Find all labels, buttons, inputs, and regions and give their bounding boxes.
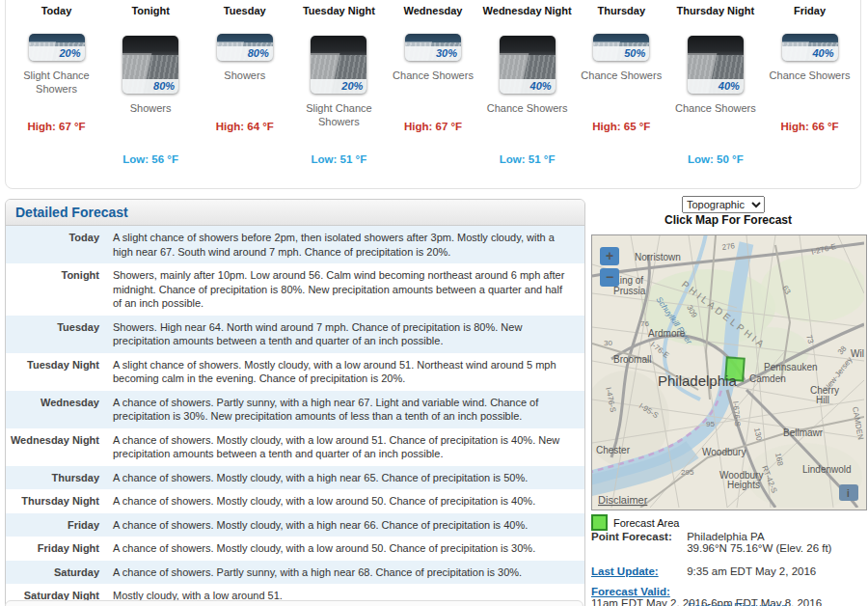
pop-percent: 40% bbox=[688, 79, 744, 94]
row-forecast-text: A slight chance of showers before 2pm, t… bbox=[107, 226, 584, 263]
card-condition: Chance Showers bbox=[389, 69, 477, 107]
city-label: Ardmore bbox=[648, 328, 686, 339]
card-day-label: Tuesday Night bbox=[303, 5, 375, 32]
row-period-label: Wednesday Night bbox=[6, 428, 107, 466]
row-forecast-text: A chance of showers. Mostly cloudy, with… bbox=[107, 537, 584, 561]
forecast-row: Saturday A chance of showers. Partly sun… bbox=[6, 561, 584, 585]
row-forecast-text: A slight chance of showers. Mostly cloud… bbox=[107, 353, 584, 391]
row-forecast-text: A chance of showers. Mostly cloudy, with… bbox=[107, 513, 584, 537]
city-label: Lindenwold bbox=[802, 464, 852, 475]
road-label: 30 bbox=[604, 339, 612, 347]
detailed-forecast-panel: Detailed Forecast Today A slight chance … bbox=[5, 199, 585, 606]
disclaimer-link[interactable]: Disclaimer bbox=[598, 494, 648, 506]
map-info-button[interactable]: i bbox=[839, 484, 858, 501]
forecast-card: Wednesday Night 40% Chance Showers Low: … bbox=[480, 3, 574, 188]
row-period-label: Thursday bbox=[6, 466, 107, 490]
zoom-in-button[interactable]: + bbox=[600, 247, 619, 265]
card-condition: Showers bbox=[201, 69, 289, 107]
row-forecast-text: Showers, mainly after 10pm. Low around 5… bbox=[107, 263, 584, 316]
row-period-label: Thursday Night bbox=[6, 489, 107, 513]
row-period-label: Wednesday bbox=[6, 391, 107, 428]
location-coordinates: 39.96°N 75.16°W (Elev. 26 ft) bbox=[687, 542, 831, 554]
pop-percent: 40% bbox=[782, 46, 838, 61]
card-day-label: Wednesday bbox=[404, 5, 463, 32]
minus-icon: − bbox=[606, 269, 613, 285]
card-condition: Chance Showers bbox=[483, 101, 572, 140]
pop-percent: 80% bbox=[217, 46, 273, 61]
card-day-label: Tonight bbox=[131, 5, 170, 32]
point-forecast-label: Point Forecast: bbox=[591, 531, 684, 542]
forecast-row: Tonight Showers, mainly after 10pm. Low … bbox=[6, 263, 584, 316]
rain-showers-day-icon: 20% bbox=[29, 34, 85, 61]
city-label: Heights bbox=[727, 480, 760, 490]
forecast-row: Wednesday Night A chance of showers. Mos… bbox=[6, 428, 584, 466]
card-day-label: Friday bbox=[794, 5, 826, 32]
forecast-discussion-row: Forecast Discussion bbox=[688, 601, 788, 606]
point-forecast-value: Philadelphia PA 39.96°N 75.16°W (Elev. 2… bbox=[687, 531, 831, 554]
pop-percent: 20% bbox=[311, 79, 366, 94]
card-temp: High: 66 °F bbox=[780, 121, 838, 132]
row-forecast-text: A chance of showers. Mostly cloudy, with… bbox=[107, 466, 584, 490]
card-condition: Chance Showers bbox=[577, 69, 665, 107]
forecast-discussion-link[interactable]: Forecast Discussion bbox=[688, 601, 788, 606]
zoom-out-button[interactable]: − bbox=[600, 268, 619, 287]
point-forecast-row: Point Forecast: Philadelphia PA 39.96°N … bbox=[591, 531, 831, 554]
rain-showers-day-icon: 50% bbox=[593, 34, 649, 61]
plus-icon: + bbox=[606, 248, 613, 263]
road-label: 95 bbox=[706, 420, 715, 428]
row-forecast-text: A chance of showers. Mostly cloudy, with… bbox=[107, 489, 584, 513]
forecast-map[interactable]: 276 I-276-E 309 63 73 38 76 I-76-E 30 I-… bbox=[591, 234, 867, 510]
location-name: Philadelphia PA bbox=[687, 531, 764, 542]
card-condition: Slight Chance Showers bbox=[294, 101, 383, 140]
pop-percent: 50% bbox=[593, 46, 649, 61]
forecast-card: Tonight 80% Showers Low: 56 °F bbox=[104, 3, 198, 188]
rain-showers-night-icon: 40% bbox=[688, 36, 744, 94]
card-temp: Low: 51 °F bbox=[312, 153, 367, 165]
card-temp: Low: 51 °F bbox=[500, 153, 556, 165]
city-label: Camden bbox=[749, 373, 786, 384]
forecast-row: Tuesday Night A slight chance of showers… bbox=[6, 353, 584, 391]
forecast-row: Wednesday A chance of showers. Partly su… bbox=[6, 391, 584, 428]
last-update-value: 9:35 am EDT May 2, 2016 bbox=[687, 565, 816, 577]
forecast-valid-link[interactable]: Forecast Valid: bbox=[591, 586, 670, 597]
city-label: Chester bbox=[596, 445, 631, 455]
rain-showers-day-icon: 40% bbox=[782, 34, 838, 61]
card-condition: Slight Chance Showers bbox=[13, 69, 101, 107]
forecast-area-swatch bbox=[591, 514, 608, 531]
pop-percent: 80% bbox=[122, 79, 178, 94]
map-layer-select[interactable]: Topographic bbox=[682, 196, 765, 213]
last-update-link[interactable]: Last Update: bbox=[591, 565, 659, 577]
city-label: Broomall bbox=[613, 354, 651, 365]
city-label: Will bbox=[851, 348, 864, 359]
city-label: Prussia bbox=[613, 286, 646, 296]
row-forecast-text: A chance of showers. Partly sunny, with … bbox=[107, 391, 584, 428]
row-period-label: Friday Night bbox=[6, 537, 107, 561]
row-period-label: Friday bbox=[6, 513, 107, 537]
forecast-card: Friday 40% Chance Showers High: 66 °F bbox=[763, 3, 856, 188]
road-label: 276 bbox=[721, 241, 736, 252]
city-label: Norristown bbox=[635, 252, 681, 262]
row-period-label: Saturday bbox=[6, 561, 107, 585]
pop-percent: 20% bbox=[29, 46, 85, 61]
rain-showers-night-icon: 40% bbox=[500, 36, 556, 94]
city-label: Pennsauken bbox=[764, 362, 818, 372]
row-forecast-text: A chance of showers. Mostly cloudy, with… bbox=[107, 428, 584, 466]
city-label-philadelphia: Philadelphia bbox=[658, 372, 737, 389]
forecast-row: Thursday A chance of showers. Mostly clo… bbox=[6, 466, 584, 490]
forecast-strip: Today 20% Slight Chance Showers High: 67… bbox=[5, 0, 861, 189]
topographic-map[interactable]: 276 I-276-E 309 63 73 38 76 I-76-E 30 I-… bbox=[592, 235, 864, 508]
forecast-row: Today A slight chance of showers before … bbox=[6, 226, 584, 263]
map-legend: Forecast Area bbox=[591, 514, 679, 531]
rain-showers-day-icon: 80% bbox=[217, 34, 273, 61]
forecast-row: Tuesday Showers. High near 64. North win… bbox=[6, 316, 584, 353]
additional-resources-panel-edge bbox=[5, 600, 583, 606]
card-temp: Low: 56 °F bbox=[122, 153, 178, 165]
card-day-label: Thursday bbox=[597, 5, 645, 32]
card-condition: Chance Showers bbox=[766, 69, 854, 107]
pop-percent: 30% bbox=[405, 46, 461, 61]
rain-showers-night-icon: 80% bbox=[122, 36, 178, 94]
legend-label: Forecast Area bbox=[613, 517, 679, 529]
card-day-label: Wednesday Night bbox=[483, 5, 572, 32]
card-temp: High: 65 °F bbox=[592, 121, 650, 132]
forecast-card: Thursday 50% Chance Showers High: 65 °F bbox=[575, 3, 668, 188]
